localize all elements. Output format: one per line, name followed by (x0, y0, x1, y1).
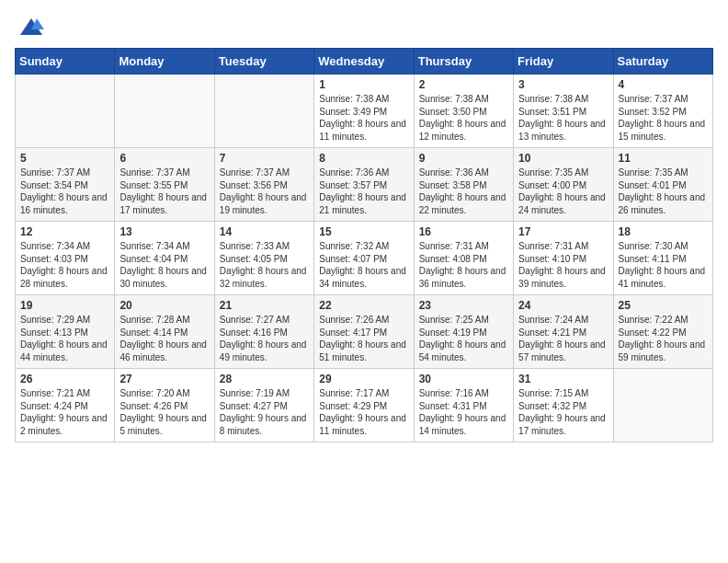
day-number: 12 (20, 225, 109, 238)
calendar-cell: 11Sunrise: 7:35 AM Sunset: 4:01 PM Dayli… (613, 148, 712, 222)
cell-info: Sunrise: 7:21 AM Sunset: 4:24 PM Dayligh… (20, 387, 109, 437)
day-number: 17 (518, 225, 608, 238)
weekday-header: Saturday (613, 49, 712, 75)
cell-info: Sunrise: 7:25 AM Sunset: 4:19 PM Dayligh… (419, 314, 508, 363)
cell-info: Sunrise: 7:17 AM Sunset: 4:29 PM Dayligh… (319, 387, 408, 437)
day-number: 2 (419, 78, 508, 91)
day-number: 31 (518, 373, 608, 385)
day-number: 7 (220, 152, 309, 165)
cell-info: Sunrise: 7:37 AM Sunset: 3:56 PM Dayligh… (220, 167, 309, 216)
calendar-cell: 29Sunrise: 7:17 AM Sunset: 4:29 PM Dayli… (314, 369, 414, 442)
calendar-cell: 14Sunrise: 7:33 AM Sunset: 4:05 PM Dayli… (214, 222, 313, 295)
day-number: 22 (319, 299, 408, 312)
day-number: 15 (319, 225, 408, 238)
weekday-header: Monday (115, 49, 214, 75)
day-number: 18 (619, 225, 708, 238)
calendar-cell: 21Sunrise: 7:27 AM Sunset: 4:16 PM Dayli… (214, 295, 313, 369)
calendar-cell (115, 75, 214, 148)
day-number: 3 (518, 78, 608, 91)
calendar-week-row: 1Sunrise: 7:38 AM Sunset: 3:49 PM Daylig… (16, 75, 713, 148)
day-number: 10 (518, 152, 608, 165)
day-number: 6 (119, 152, 209, 165)
calendar-cell (16, 75, 115, 148)
calendar-cell: 8Sunrise: 7:36 AM Sunset: 3:57 PM Daylig… (314, 148, 414, 222)
calendar-cell (613, 369, 712, 442)
cell-info: Sunrise: 7:24 AM Sunset: 4:21 PM Dayligh… (518, 314, 608, 363)
calendar-cell (214, 75, 313, 148)
calendar-header-row: SundayMondayTuesdayWednesdayThursdayFrid… (16, 49, 713, 75)
cell-info: Sunrise: 7:22 AM Sunset: 4:22 PM Dayligh… (619, 314, 708, 363)
calendar-cell: 26Sunrise: 7:21 AM Sunset: 4:24 PM Dayli… (16, 369, 115, 442)
cell-info: Sunrise: 7:38 AM Sunset: 3:50 PM Dayligh… (419, 93, 508, 143)
cell-info: Sunrise: 7:34 AM Sunset: 4:03 PM Dayligh… (20, 240, 109, 290)
day-number: 26 (20, 373, 109, 385)
cell-info: Sunrise: 7:36 AM Sunset: 3:57 PM Dayligh… (319, 167, 408, 216)
logo-icon (18, 15, 44, 40)
cell-info: Sunrise: 7:31 AM Sunset: 4:08 PM Dayligh… (419, 240, 508, 290)
calendar-cell: 17Sunrise: 7:31 AM Sunset: 4:10 PM Dayli… (514, 222, 613, 295)
cell-info: Sunrise: 7:27 AM Sunset: 4:16 PM Dayligh… (220, 314, 309, 363)
day-number: 30 (419, 373, 508, 385)
calendar-cell: 25Sunrise: 7:22 AM Sunset: 4:22 PM Dayli… (613, 295, 712, 369)
day-number: 5 (20, 152, 109, 165)
cell-info: Sunrise: 7:15 AM Sunset: 4:32 PM Dayligh… (518, 387, 608, 437)
calendar-cell: 22Sunrise: 7:26 AM Sunset: 4:17 PM Dayli… (314, 295, 414, 369)
day-number: 25 (619, 299, 708, 312)
cell-info: Sunrise: 7:28 AM Sunset: 4:14 PM Dayligh… (119, 314, 209, 363)
day-number: 29 (319, 373, 408, 385)
cell-info: Sunrise: 7:29 AM Sunset: 4:13 PM Dayligh… (20, 314, 109, 363)
calendar-cell: 27Sunrise: 7:20 AM Sunset: 4:26 PM Dayli… (115, 369, 214, 442)
calendar-cell: 18Sunrise: 7:30 AM Sunset: 4:11 PM Dayli… (613, 222, 712, 295)
calendar-week-row: 19Sunrise: 7:29 AM Sunset: 4:13 PM Dayli… (16, 295, 713, 369)
cell-info: Sunrise: 7:20 AM Sunset: 4:26 PM Dayligh… (119, 387, 209, 437)
cell-info: Sunrise: 7:38 AM Sunset: 3:49 PM Dayligh… (319, 93, 408, 143)
cell-info: Sunrise: 7:32 AM Sunset: 4:07 PM Dayligh… (319, 240, 408, 290)
calendar-cell: 7Sunrise: 7:37 AM Sunset: 3:56 PM Daylig… (214, 148, 313, 222)
calendar-week-row: 12Sunrise: 7:34 AM Sunset: 4:03 PM Dayli… (16, 222, 713, 295)
calendar-cell: 2Sunrise: 7:38 AM Sunset: 3:50 PM Daylig… (414, 75, 513, 148)
day-number: 11 (619, 152, 708, 165)
day-number: 27 (119, 373, 209, 385)
calendar-cell: 16Sunrise: 7:31 AM Sunset: 4:08 PM Dayli… (414, 222, 513, 295)
weekday-header: Sunday (16, 49, 115, 75)
calendar-week-row: 5Sunrise: 7:37 AM Sunset: 3:54 PM Daylig… (16, 148, 713, 222)
calendar-cell: 5Sunrise: 7:37 AM Sunset: 3:54 PM Daylig… (16, 148, 115, 222)
calendar-cell: 12Sunrise: 7:34 AM Sunset: 4:03 PM Dayli… (16, 222, 115, 295)
calendar-cell: 15Sunrise: 7:32 AM Sunset: 4:07 PM Dayli… (314, 222, 414, 295)
day-number: 9 (419, 152, 508, 165)
calendar-cell: 1Sunrise: 7:38 AM Sunset: 3:49 PM Daylig… (314, 75, 414, 148)
day-number: 19 (20, 299, 109, 312)
cell-info: Sunrise: 7:37 AM Sunset: 3:55 PM Dayligh… (119, 167, 209, 216)
day-number: 16 (419, 225, 508, 238)
calendar-cell: 20Sunrise: 7:28 AM Sunset: 4:14 PM Dayli… (115, 295, 214, 369)
cell-info: Sunrise: 7:30 AM Sunset: 4:11 PM Dayligh… (619, 240, 708, 290)
cell-info: Sunrise: 7:35 AM Sunset: 4:01 PM Dayligh… (619, 167, 708, 216)
cell-info: Sunrise: 7:36 AM Sunset: 3:58 PM Dayligh… (419, 167, 508, 216)
logo (15, 15, 44, 40)
calendar-cell: 9Sunrise: 7:36 AM Sunset: 3:58 PM Daylig… (414, 148, 513, 222)
calendar-table: SundayMondayTuesdayWednesdayThursdayFrid… (15, 48, 713, 442)
weekday-header: Thursday (414, 49, 513, 75)
day-number: 4 (619, 78, 708, 91)
calendar-cell: 13Sunrise: 7:34 AM Sunset: 4:04 PM Dayli… (115, 222, 214, 295)
calendar-cell: 10Sunrise: 7:35 AM Sunset: 4:00 PM Dayli… (514, 148, 613, 222)
cell-info: Sunrise: 7:31 AM Sunset: 4:10 PM Dayligh… (518, 240, 608, 290)
calendar-cell: 3Sunrise: 7:38 AM Sunset: 3:51 PM Daylig… (514, 75, 613, 148)
calendar-week-row: 26Sunrise: 7:21 AM Sunset: 4:24 PM Dayli… (16, 369, 713, 442)
cell-info: Sunrise: 7:35 AM Sunset: 4:00 PM Dayligh… (518, 167, 608, 216)
day-number: 21 (220, 299, 309, 312)
calendar-cell: 30Sunrise: 7:16 AM Sunset: 4:31 PM Dayli… (414, 369, 513, 442)
weekday-header: Wednesday (314, 49, 414, 75)
weekday-header: Friday (514, 49, 613, 75)
cell-info: Sunrise: 7:38 AM Sunset: 3:51 PM Dayligh… (518, 93, 608, 143)
cell-info: Sunrise: 7:19 AM Sunset: 4:27 PM Dayligh… (220, 387, 309, 437)
day-number: 23 (419, 299, 508, 312)
day-number: 28 (220, 373, 309, 385)
page-header (15, 15, 713, 40)
calendar-cell: 19Sunrise: 7:29 AM Sunset: 4:13 PM Dayli… (16, 295, 115, 369)
cell-info: Sunrise: 7:16 AM Sunset: 4:31 PM Dayligh… (419, 387, 508, 437)
calendar-cell: 4Sunrise: 7:37 AM Sunset: 3:52 PM Daylig… (613, 75, 712, 148)
day-number: 14 (220, 225, 309, 238)
cell-info: Sunrise: 7:34 AM Sunset: 4:04 PM Dayligh… (119, 240, 209, 290)
cell-info: Sunrise: 7:37 AM Sunset: 3:52 PM Dayligh… (619, 93, 708, 143)
